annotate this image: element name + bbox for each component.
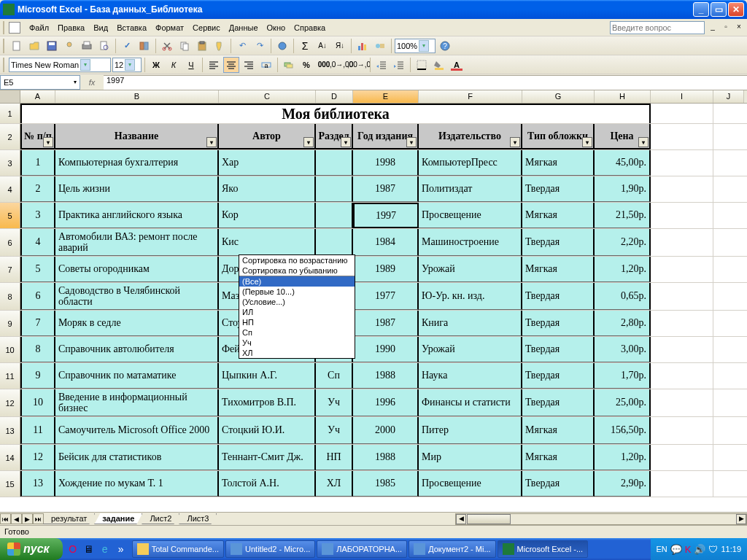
select-all-corner[interactable]	[0, 90, 20, 103]
cell-author[interactable]: Толстой А.Н.	[219, 471, 316, 497]
cell-title[interactable]: Справочник по матаматике	[55, 363, 219, 389]
row-header[interactable]: 1	[0, 104, 20, 123]
table-header[interactable]: Цена▾	[595, 124, 651, 149]
cell[interactable]	[651, 257, 713, 282]
filter-option[interactable]: НП	[239, 317, 355, 327]
cell[interactable]	[651, 203, 713, 228]
cell[interactable]	[651, 445, 713, 470]
cell[interactable]	[651, 124, 713, 149]
cell-year[interactable]: 1997	[353, 203, 419, 228]
cell-price[interactable]: 2,20р.	[595, 229, 651, 256]
scroll-thumb[interactable]	[467, 514, 511, 524]
cell-title[interactable]: Справочник автолюбителя	[55, 337, 219, 362]
chevron-icon[interactable]: »	[114, 542, 128, 556]
zoom-combo[interactable]: 100%▾	[395, 39, 436, 53]
cell-section[interactable]	[316, 176, 353, 202]
filter-option[interactable]: ИЛ	[239, 307, 355, 317]
col-header-g[interactable]: G	[522, 90, 595, 103]
currency-button[interactable]	[281, 57, 297, 73]
tab-nav-next[interactable]: ▶	[22, 513, 33, 524]
cell-year[interactable]: 1990	[353, 337, 419, 362]
grip-handle-icon[interactable]	[3, 58, 6, 72]
cell-author[interactable]: Теннант-Смит Дж.	[219, 445, 316, 470]
cell-cover[interactable]: Мягкая	[522, 203, 595, 228]
fx-button[interactable]: fx	[85, 78, 99, 87]
system-tray[interactable]: EN 💬 K 🔊 🛡 11:19	[651, 538, 747, 560]
cell[interactable]	[651, 104, 713, 123]
italic-button[interactable]: К	[166, 57, 182, 73]
cell[interactable]	[651, 471, 713, 497]
row-header[interactable]: 2	[0, 124, 20, 149]
undo-button[interactable]: ↶	[234, 38, 250, 54]
col-header-j[interactable]: J	[713, 90, 744, 103]
cell[interactable]	[651, 176, 713, 202]
col-header-c[interactable]: C	[219, 90, 316, 103]
drawing-button[interactable]	[372, 38, 388, 54]
cell-cover[interactable]: Твердая	[522, 311, 595, 336]
cell-num[interactable]: 6	[20, 283, 55, 310]
cell-section[interactable]	[316, 229, 353, 256]
col-header-i[interactable]: I	[651, 90, 713, 103]
row-header[interactable]: 9	[0, 311, 20, 336]
cell-num[interactable]: 10	[20, 389, 55, 416]
row-header[interactable]: 4	[0, 176, 20, 202]
preview-button[interactable]	[96, 38, 112, 54]
cell-year[interactable]: 1977	[353, 283, 419, 310]
bold-button[interactable]: Ж	[148, 57, 164, 73]
task-button[interactable]: Total Commande...	[132, 540, 224, 558]
cell-price[interactable]: 21,50р.	[595, 203, 651, 228]
filter-custom-item[interactable]: (Условие...)	[239, 297, 355, 307]
cell-title[interactable]: Практика английского языка	[55, 203, 219, 228]
sheet-tab[interactable]: результат	[43, 513, 95, 524]
cell-title[interactable]: Автомобили ВАЗ: ремонт после аварий	[55, 229, 219, 256]
cell-publisher[interactable]: Машиностроение	[419, 229, 522, 256]
cell-cover[interactable]: Твердая	[522, 229, 595, 256]
filter-button[interactable]: ▾	[510, 137, 520, 147]
row-header[interactable]: 12	[0, 389, 20, 416]
cell-cover[interactable]: Твердая	[522, 283, 595, 310]
cell-price[interactable]: 2,80р.	[595, 311, 651, 336]
task-button[interactable]: Microsoft Excel -...	[498, 540, 588, 558]
cell-year[interactable]: 1988	[353, 445, 419, 470]
filter-option[interactable]: Сп	[239, 327, 355, 338]
copy-button[interactable]	[177, 38, 193, 54]
merge-button[interactable]: a	[258, 57, 274, 73]
col-header-d[interactable]: D	[316, 90, 353, 103]
print-button[interactable]	[79, 38, 95, 54]
col-header-f[interactable]: F	[419, 90, 522, 103]
doc-restore-button[interactable]: ▫	[721, 23, 731, 33]
task-button[interactable]: ЛАБОРАТОРНА...	[317, 540, 407, 558]
start-button[interactable]: пуск	[0, 538, 63, 560]
tray-icon[interactable]: 💬	[670, 544, 682, 555]
cell-publisher[interactable]: Просвещение	[419, 471, 522, 497]
underline-button[interactable]: Ч	[183, 57, 199, 73]
cell[interactable]	[651, 150, 713, 176]
format-painter-button[interactable]	[212, 38, 228, 54]
menu-insert[interactable]: Вставка	[112, 22, 151, 34]
formula-input[interactable]: 1997	[104, 75, 747, 90]
sheet-tab[interactable]: Лист3	[179, 513, 217, 524]
menu-window[interactable]: Окно	[263, 22, 290, 34]
sort-desc-button[interactable]: Я↓	[332, 38, 348, 54]
row-header[interactable]: 8	[0, 283, 20, 310]
permission-button[interactable]	[61, 38, 77, 54]
row-header[interactable]: 14	[0, 445, 20, 470]
font-size-combo[interactable]: 12▾	[112, 58, 142, 72]
cell-publisher[interactable]: КомпьютерПресс	[419, 150, 522, 176]
menu-data[interactable]: Данные	[225, 22, 263, 34]
cell-title[interactable]: Самоучитель Microsoft Office 2000	[55, 417, 219, 444]
cell[interactable]	[651, 417, 713, 444]
research-button[interactable]	[136, 38, 152, 54]
autofilter-dropdown[interactable]: Сортировка по возрастанию Сортировка по …	[239, 254, 355, 359]
filter-option[interactable]: ХЛ	[239, 348, 355, 358]
align-center-button[interactable]	[223, 57, 239, 73]
filter-option[interactable]: Уч	[239, 338, 355, 348]
font-name-combo[interactable]: Times New Roman▾	[9, 58, 111, 72]
row-header[interactable]: 10	[0, 337, 20, 362]
menu-view[interactable]: Вид	[89, 22, 112, 34]
cell-title[interactable]: Цель жизни	[55, 176, 219, 202]
cell-author[interactable]: Кор	[219, 203, 316, 228]
cell-year[interactable]: 1987	[353, 176, 419, 202]
table-header[interactable]: Раздел▾	[316, 124, 353, 149]
cell-title[interactable]: Компьютерная бухгалтерия	[55, 150, 219, 176]
